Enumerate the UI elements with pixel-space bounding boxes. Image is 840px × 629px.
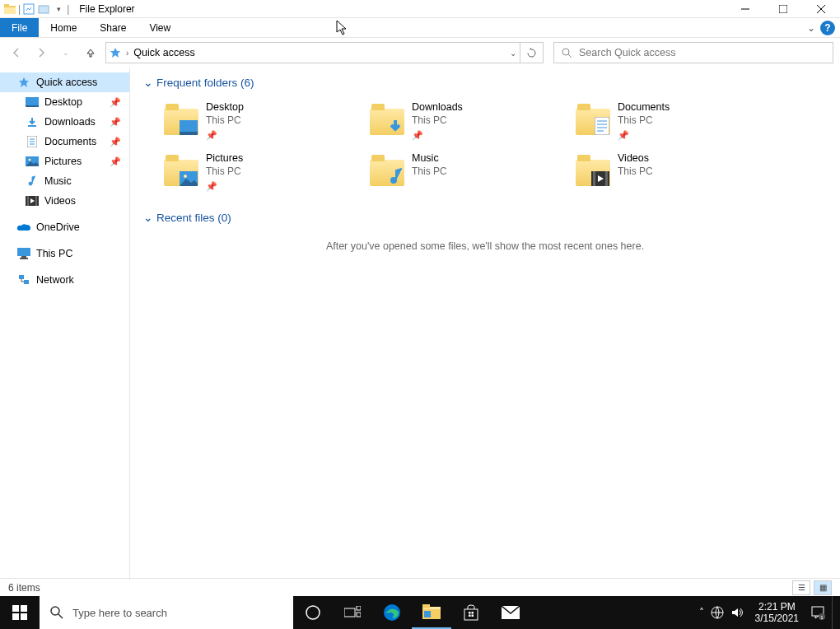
sidebar-item-downloads[interactable]: Downloads 📌 — [0, 112, 129, 132]
sidebar-item-label: Documents — [44, 136, 96, 147]
svg-rect-54 — [424, 611, 431, 617]
qat-dropdown-icon[interactable]: ▾ — [52, 2, 65, 16]
svg-rect-25 — [20, 258, 28, 259]
svg-rect-39 — [605, 171, 608, 186]
svg-rect-56 — [469, 612, 471, 614]
content-pane: ⌄ Frequent folders (6) Desktop This PC 📌 — [130, 68, 840, 580]
sidebar-item-videos[interactable]: Videos — [0, 191, 129, 211]
network-tray-icon[interactable] — [711, 606, 724, 619]
pin-icon: 📌 — [618, 128, 670, 142]
svg-rect-48 — [357, 606, 361, 610]
sidebar-item-desktop[interactable]: Desktop 📌 — [0, 92, 129, 112]
window-controls — [726, 0, 840, 18]
svg-rect-2 — [4, 7, 16, 14]
tab-home[interactable]: Home — [39, 18, 88, 37]
tab-view[interactable]: View — [138, 18, 182, 37]
sidebar-item-label: OneDrive — [36, 221, 80, 233]
chevron-down-icon: ⌄ — [143, 211, 153, 224]
tray-overflow-icon[interactable]: ˄ — [699, 607, 704, 618]
icons-view-button[interactable]: ▦ — [814, 580, 832, 595]
sidebar-item-label: Pictures — [44, 156, 82, 167]
recent-locations-icon[interactable]: ⌄ — [56, 43, 76, 63]
svg-rect-21 — [27, 196, 29, 206]
pin-icon: 📌 — [110, 156, 121, 167]
star-icon — [16, 76, 31, 89]
quick-access-star-icon — [110, 47, 121, 58]
svg-rect-52 — [422, 604, 430, 608]
address-location[interactable]: Quick access — [133, 47, 194, 58]
sidebar-item-documents[interactable]: Documents 📌 — [0, 132, 129, 151]
folder-tile-desktop[interactable]: Desktop This PC 📌 — [160, 97, 361, 143]
properties-icon[interactable] — [22, 2, 35, 16]
sidebar-item-network[interactable]: Network — [0, 270, 129, 290]
videos-icon — [25, 194, 40, 207]
action-center-icon[interactable]: 1 — [810, 605, 825, 620]
recent-empty-message: After you've opened some files, we'll sh… — [140, 240, 830, 252]
chevron-down-icon: ⌄ — [143, 76, 153, 89]
cortana-icon[interactable] — [293, 596, 333, 629]
back-button[interactable] — [7, 43, 26, 63]
store-icon[interactable] — [451, 596, 491, 629]
breadcrumb-chevron-icon[interactable]: › — [126, 49, 128, 58]
search-box[interactable]: Search Quick access — [553, 42, 833, 63]
task-view-icon[interactable] — [333, 596, 372, 629]
downloads-icon — [25, 115, 40, 128]
volume-tray-icon[interactable] — [730, 606, 744, 619]
taskbar-clock[interactable]: 2:21 PM 3/15/2021 — [750, 601, 804, 624]
edge-icon[interactable] — [372, 596, 412, 629]
maximize-button[interactable] — [764, 0, 802, 18]
svg-rect-49 — [357, 613, 361, 617]
tab-file[interactable]: File — [0, 18, 39, 37]
pictures-icon — [25, 155, 40, 168]
item-count: 6 items — [8, 582, 40, 594]
window-title: File Explorer — [79, 3, 134, 15]
folder-tile-pictures[interactable]: Pictures This PC 📌 — [160, 148, 361, 194]
forward-button[interactable] — [31, 43, 51, 63]
sidebar-item-quick-access[interactable]: Quick access — [0, 72, 129, 92]
svg-rect-41 — [21, 605, 27, 612]
section-recent-files[interactable]: ⌄ Recent files (0) — [143, 211, 830, 224]
details-view-button[interactable]: ☰ — [792, 580, 810, 595]
sidebar-item-onedrive[interactable]: OneDrive — [0, 217, 129, 237]
folder-tile-documents[interactable]: Documents This PC 📌 — [572, 97, 772, 143]
start-button[interactable] — [0, 596, 40, 629]
folder-tile-music[interactable]: Music This PC — [366, 148, 567, 194]
up-button[interactable] — [81, 43, 100, 63]
svg-rect-59 — [472, 615, 474, 617]
main-area: Quick access Desktop 📌 Downloads 📌 Docum… — [0, 68, 840, 580]
svg-rect-6 — [779, 5, 787, 13]
minimize-button[interactable] — [726, 0, 764, 18]
folder-name: Documents — [618, 100, 670, 114]
address-bar[interactable]: › Quick access ⌄ — [105, 42, 520, 63]
refresh-button[interactable] — [520, 42, 544, 63]
address-dropdown-icon[interactable]: ⌄ — [510, 49, 516, 58]
svg-point-46 — [306, 606, 320, 619]
svg-line-45 — [58, 614, 63, 618]
folder-tile-downloads[interactable]: Downloads This PC 📌 — [366, 97, 567, 143]
close-button[interactable] — [802, 0, 840, 18]
sidebar-item-music[interactable]: Music — [0, 171, 129, 191]
taskbar: Type here to search ˄ 2:21 PM 3/15/2021 … — [0, 596, 840, 629]
sidebar-item-pictures[interactable]: Pictures 📌 — [0, 151, 129, 171]
pin-icon: 📌 — [412, 128, 463, 142]
new-folder-icon[interactable] — [37, 2, 50, 16]
help-icon[interactable]: ? — [820, 21, 835, 35]
section-frequent-folders[interactable]: ⌄ Frequent folders (6) — [143, 76, 830, 89]
svg-point-44 — [51, 607, 59, 615]
file-explorer-taskbar-icon[interactable] — [412, 596, 451, 629]
svg-rect-43 — [21, 613, 27, 620]
taskbar-search[interactable]: Type here to search — [40, 596, 293, 629]
desktop-icon — [25, 96, 40, 109]
svg-rect-22 — [35, 196, 37, 206]
folder-icon — [369, 151, 405, 188]
sidebar-item-this-pc[interactable]: This PC — [0, 244, 129, 263]
sidebar-item-label: Music — [44, 175, 72, 187]
folder-tile-videos[interactable]: Videos This PC — [572, 148, 772, 194]
folder-icon — [369, 100, 405, 137]
svg-rect-58 — [469, 615, 471, 617]
ribbon-expand-icon[interactable]: ⌄ — [807, 22, 815, 34]
tab-share[interactable]: Share — [88, 18, 138, 37]
svg-point-36 — [184, 175, 187, 178]
show-desktop-button[interactable] — [832, 596, 837, 629]
mail-icon[interactable] — [491, 596, 530, 629]
